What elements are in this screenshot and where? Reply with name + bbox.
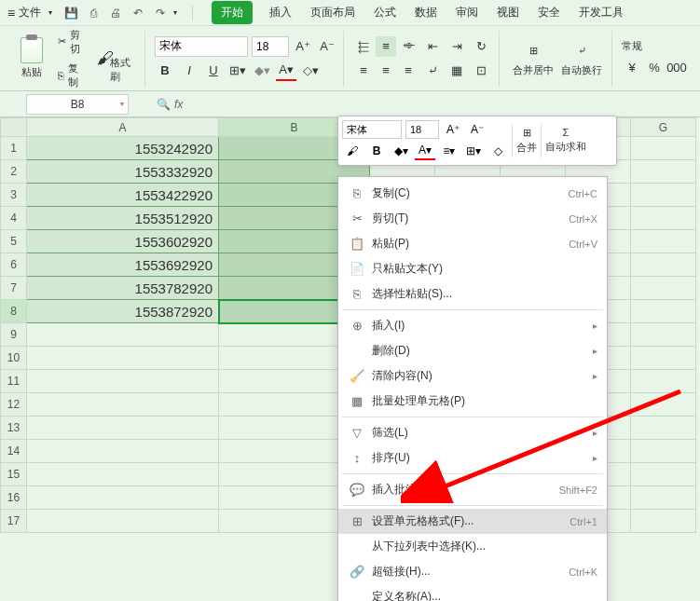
cell[interactable] — [631, 463, 696, 486]
menu-item-insert[interactable]: ⊕插入(I)▸ — [338, 313, 607, 338]
menu-item-paste-text[interactable]: 📄只粘贴文本(Y) — [338, 256, 607, 281]
row-header[interactable]: 13 — [1, 417, 27, 440]
row-header[interactable]: 8 — [1, 300, 27, 323]
cell[interactable] — [631, 230, 696, 253]
mini-align[interactable]: ≡▾ — [439, 142, 460, 160]
cell[interactable] — [631, 160, 696, 184]
hamburger-icon[interactable]: ≡ — [7, 6, 15, 20]
print-preview-icon[interactable]: 🖨 — [106, 4, 125, 22]
increase-font-icon[interactable]: A⁺ — [293, 36, 313, 57]
mini-font-color[interactable]: A▾ — [415, 142, 435, 160]
row-header[interactable]: 6 — [1, 253, 27, 277]
row-header[interactable]: 5 — [1, 230, 27, 253]
undo-icon[interactable]: ↶ — [129, 4, 147, 22]
menu-item-comment[interactable]: 💬插入批注(M)...Shift+F2 — [338, 477, 607, 502]
align-top-icon[interactable]: ⬱ — [353, 36, 374, 57]
cell[interactable] — [631, 207, 696, 230]
cell[interactable] — [631, 347, 696, 370]
cell[interactable] — [27, 486, 219, 510]
cut-button[interactable]: ✂剪切 — [54, 26, 92, 58]
number-format-select[interactable]: 常规 — [622, 39, 687, 53]
mini-decrease-font[interactable]: A⁻ — [467, 120, 487, 139]
border-button[interactable]: ⊞▾ — [227, 61, 248, 81]
row-header[interactable]: 12 — [1, 393, 27, 417]
decrease-font-icon[interactable]: A⁻ — [317, 36, 337, 57]
align-left-icon[interactable]: ≡ — [353, 61, 374, 81]
menu-item-item[interactable]: 删除(D)▸ — [338, 338, 607, 363]
save-icon[interactable]: 💾 — [62, 4, 80, 22]
chevron-down-icon[interactable]: ▾ — [173, 8, 177, 17]
copy-button[interactable]: ⎘复制 — [54, 60, 92, 91]
menu-item-paste-special[interactable]: ⎘选择性粘贴(S)... — [338, 281, 607, 307]
menu-item-link[interactable]: 🔗超链接(H)...Ctrl+K — [338, 559, 607, 584]
mini-increase-font[interactable]: A⁺ — [443, 120, 463, 139]
menu-item-clear[interactable]: 🧹清除内容(N)▸ — [338, 363, 607, 389]
cell[interactable]: 1553422920 — [27, 184, 219, 207]
cell[interactable] — [631, 300, 696, 323]
cell[interactable] — [27, 370, 219, 393]
redo-icon[interactable]: ↷ — [151, 4, 170, 22]
cell[interactable] — [27, 510, 219, 533]
currency-icon[interactable]: ¥ — [622, 57, 642, 77]
cell[interactable]: 1553782920 — [27, 277, 219, 300]
auto-wrap-button[interactable]: ⤶ 自动换行 — [557, 39, 606, 77]
name-box[interactable]: B8 ▾ — [26, 94, 129, 115]
mini-bold[interactable]: B — [366, 142, 387, 160]
row-header[interactable]: 3 — [1, 184, 27, 207]
cell[interactable] — [631, 137, 696, 160]
bold-button[interactable]: B — [155, 61, 175, 81]
row-header[interactable]: 9 — [1, 323, 27, 347]
align-center-icon[interactable]: ≡ — [376, 61, 396, 81]
select-all-corner[interactable] — [1, 118, 27, 137]
wrap-text-icon[interactable]: ⤶ — [422, 61, 443, 81]
orientation-icon[interactable]: ↻ — [471, 36, 491, 57]
cell[interactable] — [631, 370, 696, 393]
cell[interactable] — [27, 463, 219, 486]
underline-button[interactable]: U — [203, 61, 224, 81]
italic-button[interactable]: I — [179, 61, 199, 81]
align-middle-icon[interactable]: ≡ — [376, 36, 396, 57]
tab-home[interactable]: 开始 — [212, 1, 253, 24]
cell[interactable] — [27, 440, 219, 463]
cell[interactable] — [631, 277, 696, 300]
row-header[interactable]: 16 — [1, 486, 27, 510]
mini-clear[interactable]: ◇ — [487, 142, 508, 160]
cell[interactable] — [631, 393, 696, 417]
percent-icon[interactable]: % — [644, 57, 665, 77]
cell[interactable] — [27, 393, 219, 417]
increase-indent-icon[interactable]: ⇥ — [446, 36, 467, 57]
tab-page-layout[interactable]: 页面布局 — [309, 1, 357, 24]
menu-item-filter[interactable]: ▽筛选(L)▸ — [338, 420, 607, 445]
cell[interactable]: 1553872920 — [27, 300, 219, 323]
tab-view[interactable]: 视图 — [495, 1, 521, 24]
font-color-button[interactable]: A▾ — [276, 61, 296, 81]
mini-font-name[interactable] — [342, 120, 402, 139]
cell[interactable] — [631, 323, 696, 347]
mini-format-painter[interactable]: 🖌 — [342, 142, 363, 160]
file-menu[interactable]: 文件 — [19, 5, 41, 20]
row-header[interactable]: 1 — [1, 137, 27, 160]
mini-merge-button[interactable]: ⊞ 合并 — [516, 127, 537, 155]
print-icon[interactable]: ⎙ — [84, 4, 103, 22]
menu-item-item[interactable]: 定义名称(A)... — [338, 584, 607, 601]
decrease-indent-icon[interactable]: ⇤ — [422, 36, 443, 57]
cell[interactable] — [27, 417, 219, 440]
row-header[interactable]: 17 — [1, 510, 27, 533]
mini-autosum-button[interactable]: Σ 自动求和 — [545, 127, 586, 154]
menu-item-batch[interactable]: ▦批量处理单元格(P) — [338, 389, 607, 414]
menu-item-cut[interactable]: ✂剪切(T)Ctrl+X — [338, 206, 607, 231]
menu-item-format-cell[interactable]: ⊞设置单元格格式(F)...Ctrl+1 — [338, 509, 607, 534]
cell[interactable] — [631, 486, 696, 510]
row-header[interactable]: 7 — [1, 277, 27, 300]
row-header[interactable]: 2 — [1, 160, 27, 184]
tab-insert[interactable]: 插入 — [268, 1, 294, 24]
menu-item-sort[interactable]: ↕排序(U)▸ — [338, 445, 607, 471]
formula-input[interactable] — [190, 94, 700, 115]
row-header[interactable]: 10 — [1, 347, 27, 370]
tab-data[interactable]: 数据 — [413, 1, 439, 24]
row-header[interactable]: 15 — [1, 463, 27, 486]
cell[interactable] — [631, 510, 696, 533]
paste-button[interactable]: 粘贴 — [13, 37, 50, 79]
menu-item-copy[interactable]: ⎘复制(C)Ctrl+C — [338, 181, 607, 206]
col-header-a[interactable]: A — [27, 118, 219, 137]
